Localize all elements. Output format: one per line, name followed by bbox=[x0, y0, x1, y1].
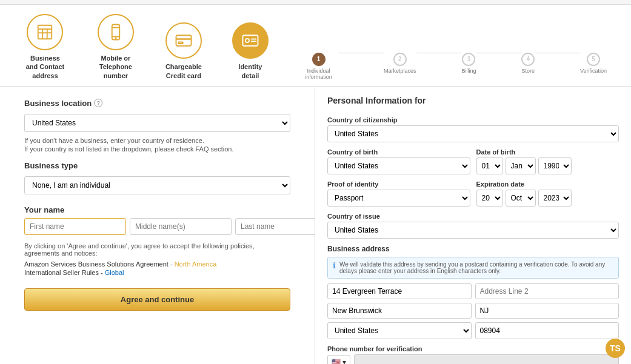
step-line-2 bbox=[416, 53, 462, 53]
identity-icon-circle bbox=[232, 22, 269, 59]
svg-rect-0 bbox=[38, 25, 52, 39]
dob-fields: 01 Jan 1990 bbox=[476, 157, 619, 174]
citizenship-label: Country of citizenship bbox=[327, 116, 619, 124]
step-identity-label: Identity detail bbox=[232, 62, 269, 80]
left-panel: Business location ? United States If you… bbox=[0, 87, 315, 364]
svg-point-8 bbox=[115, 38, 116, 38]
phone-input[interactable] bbox=[354, 354, 619, 364]
business-icon-circle bbox=[27, 14, 63, 50]
step-label-3: Billing bbox=[461, 68, 476, 74]
building-icon bbox=[36, 23, 54, 41]
identity-icon bbox=[241, 31, 259, 50]
step-circle-5: 5 bbox=[587, 53, 600, 66]
dob-year-select[interactable]: 1990 bbox=[538, 157, 572, 174]
amazon-link-label: Amazon Services Business Solutions Agree… bbox=[24, 260, 169, 268]
proof-label: Proof of identity bbox=[327, 180, 470, 188]
amazon-link-region[interactable]: North America bbox=[175, 260, 217, 268]
business-location-select[interactable]: United States bbox=[24, 114, 290, 132]
addr-row-1 bbox=[327, 283, 619, 299]
country-issue-select[interactable]: United States bbox=[327, 222, 619, 239]
dob-day-select[interactable]: 01 bbox=[476, 157, 503, 174]
step-creditcard: Chargeable Credit card bbox=[165, 22, 202, 80]
phone-icon bbox=[107, 23, 125, 41]
business-location-section: Business location ? United States If you… bbox=[24, 99, 290, 153]
progress-step-2: 2 Marketplaces bbox=[384, 53, 416, 74]
step-circle-3: 3 bbox=[462, 53, 475, 66]
country-issue-row: Country of issue United States bbox=[327, 213, 619, 239]
step-label-1: Individual information bbox=[299, 68, 338, 80]
right-panel: Personal Information for Country of citi… bbox=[315, 87, 631, 364]
exp-day-select[interactable]: 20 bbox=[476, 190, 503, 207]
business-type-select[interactable]: None, I am an individual bbox=[24, 176, 290, 194]
creditcard-icon-circle bbox=[165, 22, 202, 59]
country-birth-select[interactable]: United States bbox=[327, 157, 470, 174]
step-business-label: Business and Contact address bbox=[24, 54, 66, 80]
ts-badge: TS bbox=[606, 339, 625, 358]
step-label-5: Verification bbox=[580, 68, 607, 74]
citizenship-select[interactable]: United States bbox=[327, 125, 619, 142]
step-line-1 bbox=[338, 53, 384, 53]
info-box-icon: ℹ bbox=[333, 261, 336, 274]
business-location-label: Business location bbox=[24, 99, 92, 108]
agree-text: By clicking on 'Agree and continue', you… bbox=[24, 242, 290, 257]
seller-rules-label: International Seller Rules bbox=[24, 269, 99, 276]
expiry-fields: 20 Oct 2023 bbox=[476, 190, 619, 207]
city-input[interactable] bbox=[327, 303, 472, 319]
expiry-label: Expiration date bbox=[476, 180, 619, 188]
first-name-input[interactable] bbox=[24, 218, 126, 235]
header-icons: Business and Contact address Mobile or T… bbox=[0, 5, 631, 87]
personal-info-title: Personal Information for bbox=[327, 96, 619, 109]
dob-month-select[interactable]: Jan bbox=[506, 157, 536, 174]
your-name-section: Your name bbox=[24, 205, 290, 235]
proof-select[interactable]: Passport bbox=[327, 190, 470, 207]
amazon-link-row: Amazon Services Business Solutions Agree… bbox=[24, 260, 290, 268]
exp-month-select[interactable]: Oct bbox=[506, 190, 536, 207]
phone-row: 🇺🇸 ▾ bbox=[327, 354, 619, 364]
step-business: Business and Contact address bbox=[24, 14, 66, 80]
step-phone-label: Mobile or Telephone number bbox=[96, 54, 135, 80]
progress-step-5: 5 Verification bbox=[580, 53, 607, 74]
middle-name-input[interactable] bbox=[130, 218, 232, 235]
agree-continue-button[interactable]: Agree and continue bbox=[24, 288, 290, 311]
exp-year-select[interactable]: 2023 bbox=[538, 190, 572, 207]
phone-label: Phone number for verification bbox=[327, 345, 619, 352]
country-birth-label: Country of birth bbox=[327, 148, 470, 156]
info-icon[interactable]: ? bbox=[94, 99, 102, 107]
main-content: Business location ? United States If you… bbox=[0, 87, 631, 364]
step-circle-4: 4 bbox=[521, 53, 535, 66]
dob-section: Date of birth 01 Jan 1990 bbox=[476, 148, 619, 174]
expiry-section: Expiration date 20 Oct 2023 bbox=[476, 180, 619, 207]
step-creditcard-label: Chargeable Credit card bbox=[165, 62, 202, 80]
address1-input[interactable] bbox=[327, 283, 472, 299]
state-input[interactable] bbox=[475, 303, 619, 319]
business-location-title: Business location ? bbox=[24, 99, 290, 108]
your-name-label: Your name bbox=[24, 205, 290, 214]
seller-rules-row: International Seller Rules - Global bbox=[24, 269, 290, 276]
info-box-text: We will validate this address by sending… bbox=[339, 261, 613, 274]
business-address-title: Business address bbox=[327, 245, 619, 253]
progress-step-3: 3 Billing bbox=[461, 53, 476, 74]
country-addr-select[interactable]: United States bbox=[327, 322, 472, 339]
country-issue-label: Country of issue bbox=[327, 213, 619, 220]
zip-input[interactable] bbox=[475, 322, 619, 339]
flag-icon: 🇺🇸 bbox=[332, 358, 341, 364]
step-circle-1: 1 bbox=[312, 53, 326, 66]
proof-section: Proof of identity Passport bbox=[327, 180, 470, 207]
dropdown-icon: ▾ bbox=[342, 358, 346, 364]
dob-label: Date of birth bbox=[476, 148, 619, 156]
svg-rect-9 bbox=[176, 36, 191, 47]
address2-input[interactable] bbox=[475, 283, 619, 299]
citizenship-row: Country of citizenship United States bbox=[327, 116, 619, 142]
business-type-section: Business type None, I am an individual bbox=[24, 161, 290, 199]
creditcard-icon bbox=[175, 31, 193, 50]
business-address-section: Business address ℹ We will validate this… bbox=[327, 245, 619, 339]
step-phone: Mobile or Telephone number bbox=[96, 14, 135, 80]
progress-step-4: 4 Store bbox=[521, 53, 535, 74]
svg-point-13 bbox=[245, 39, 249, 42]
progress-step-1: 1 Individual information bbox=[299, 53, 338, 80]
step-line-3 bbox=[476, 53, 521, 53]
country-birth-section: Country of birth United States bbox=[327, 148, 470, 174]
flag-select[interactable]: 🇺🇸 ▾ bbox=[327, 355, 350, 364]
seller-rules-region[interactable]: Global bbox=[105, 269, 124, 276]
last-name-input[interactable] bbox=[235, 218, 315, 235]
